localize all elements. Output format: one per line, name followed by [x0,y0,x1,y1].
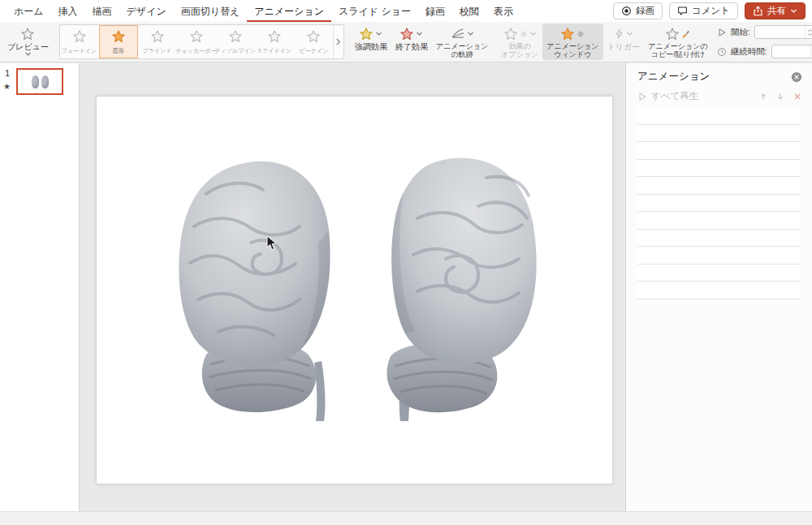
trigger-button[interactable]: トリガー [603,24,645,60]
brush-icon [681,29,690,38]
record-icon [621,6,632,16]
pane-close-button[interactable] [791,71,802,83]
painter-star-icon [665,27,680,41]
start-value [755,26,812,29]
gallery-item-fade-in[interactable]: フェードイン [60,25,99,58]
ribbon-tabs: ホーム 挿入 描画 デザイン 画面切り替え アニメーション スライド ショー 録… [6,0,520,22]
tab-transitions[interactable]: 画面切り替え [174,0,248,22]
record-label: 録画 [636,5,654,17]
gallery-item-checkerboard[interactable]: チェッカーボー [177,25,216,58]
preview-label: プレビュー [7,42,49,51]
brain-3d-model[interactable] [97,97,614,485]
tab-draw[interactable]: 描画 [85,0,119,22]
preview-star-icon [20,27,35,41]
tab-review[interactable]: 校閲 [452,0,486,22]
preview-button[interactable]: プレビュー [3,24,53,60]
gear-icon [577,30,585,38]
start-label: 開始: [731,27,750,38]
tab-slideshow[interactable]: スライド ショー [331,0,418,22]
duration-spinbox[interactable] [771,45,812,58]
effect-options-label-line2: オプション [501,50,538,58]
lightning-icon [614,28,624,39]
tab-animations[interactable]: アニメーション [247,0,331,22]
slide-1-thumbnail[interactable] [16,68,63,95]
tab-home[interactable]: ホーム [6,0,51,22]
slide-editing-area[interactable] [80,63,625,511]
emphasis-label: 強調効果 [355,42,387,51]
animation-list-row [637,177,801,195]
duration-label: 継続時間: [731,46,767,58]
animation-list-row [637,195,801,213]
animation-pane-toolbar: すべて再生 [626,86,812,107]
gallery-item-shape[interactable]: 図形 [99,25,138,58]
animation-painter-button[interactable]: アニメーションの コピー/貼り付け [644,24,711,60]
emphasis-effect-button[interactable]: 強調効果 [351,24,391,60]
animation-indicator-star[interactable]: ★ [3,82,11,91]
chevron-down-icon [790,8,797,14]
peek-in-star-icon [306,29,321,44]
share-icon [753,6,763,16]
animation-list-row [637,282,801,299]
animation-list-row [637,125,801,143]
gallery-item-fly-in[interactable]: スライドイン [255,25,294,58]
start-spinner[interactable] [805,26,812,38]
shape-star-icon [111,29,126,44]
gallery-label: チェッカーボー [176,47,217,55]
animation-list-row [637,107,801,125]
gallery-item-dissolve-in[interactable]: ディゾルブイン [216,25,255,58]
comment-icon [677,6,688,16]
gallery-label: 図形 [113,47,124,55]
chevron-right-icon [335,37,341,46]
slide-canvas[interactable] [96,96,613,484]
thumbnail-brain-left [32,75,39,88]
animation-list-row [637,265,801,282]
animation-pane-button[interactable]: アニメーション ウィンドウ [542,24,603,60]
fly-in-star-icon [267,29,282,44]
trigger-label: トリガー [607,42,641,51]
play-all-button[interactable]: すべて再生 [651,90,698,102]
exit-label: 終了効果 [395,42,428,51]
motion-paths-label-line2: の軌跡 [451,50,473,58]
timing-fields: 開始: 継続時間: [717,24,812,60]
tab-record[interactable]: 録画 [418,0,452,22]
thumbnail-brain-right [41,75,49,88]
chevron-down-icon [375,31,382,37]
effect-options-star-icon [503,27,518,41]
motion-paths-button[interactable]: アニメーション の軌跡 [432,24,492,60]
emphasis-star-icon [359,27,374,41]
move-down-button[interactable] [775,92,785,101]
exit-effect-button[interactable]: 終了効果 [391,24,432,60]
duration-field-row: 継続時間: [717,45,812,58]
mouse-cursor [266,235,277,251]
chevron-down-icon [626,31,633,37]
tab-insert[interactable]: 挿入 [51,0,85,22]
chevron-down-icon [416,31,423,37]
effect-options-button[interactable]: 効果の オプション [497,24,542,60]
painter-label-line2: コピー/貼り付け [651,50,705,58]
start-combobox[interactable] [754,25,812,39]
play-icon [717,28,727,37]
gallery-item-peek-in[interactable]: ピークイン [294,25,333,58]
slide-number: 1 [5,68,10,78]
record-button[interactable]: 録画 [613,2,663,19]
remove-animation-button[interactable] [793,92,802,101]
share-button[interactable]: 共有 [745,2,806,19]
animation-list[interactable] [637,107,801,299]
motion-paths-icon [450,28,465,40]
move-up-button[interactable] [758,92,768,101]
animation-pane-label-line2: ウィンドウ [554,50,591,58]
clock-icon [717,47,727,57]
chevron-down-icon [529,31,537,37]
tab-design[interactable]: デザイン [119,0,174,22]
comments-button[interactable]: コメント [669,2,738,19]
gallery-label: スライドイン [257,47,292,55]
checkerboard-star-icon [189,29,204,44]
animation-pane-header: アニメーション [626,63,812,86]
gallery-scroll-button[interactable] [333,25,343,58]
duration-value [772,45,812,49]
menubar-right-actions: 録画 コメント 共有 [613,2,806,19]
motion-paths-label-line1: アニメーション [436,42,488,50]
gallery-label: ブラインド [143,47,172,55]
gallery-item-blinds[interactable]: ブラインド [138,25,177,58]
tab-view[interactable]: 表示 [486,0,520,22]
